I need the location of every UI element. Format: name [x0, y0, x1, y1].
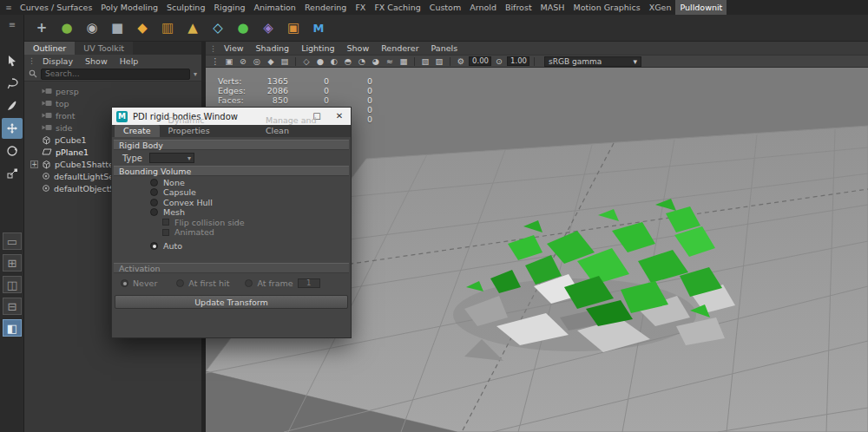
checkbox-flip-collision-side[interactable]: Flip collision side	[162, 218, 351, 226]
shelf-collapse-icon[interactable]: ≡	[0, 20, 24, 29]
wood-shatter-icon[interactable]: ▥	[157, 17, 178, 38]
shelf-tab-arnold[interactable]: Arnold	[465, 0, 501, 15]
shelf-tab-pulldownit[interactable]: Pulldownit	[675, 0, 727, 15]
two-pane-side-layout-button[interactable]: ◫	[3, 276, 22, 293]
scale-tool-button[interactable]	[2, 163, 23, 184]
menu-show[interactable]: Show	[79, 56, 114, 66]
poly-cube-icon[interactable]: ■	[107, 17, 128, 38]
outliner-item-label: defaultLightSet	[54, 172, 117, 181]
image-plane-icon[interactable]: ▤	[279, 56, 291, 67]
shelf-tab-rendering[interactable]: Rendering	[300, 0, 352, 15]
menu-renderer[interactable]: Renderer	[375, 43, 424, 53]
search-input[interactable]	[41, 69, 190, 80]
shelf-tab-animation[interactable]: Animation	[249, 0, 299, 15]
tab-create[interactable]: Create	[115, 125, 160, 137]
motion-blur-icon[interactable]: ≈	[384, 56, 396, 67]
tab-uv-toolkit[interactable]: UV Toolkit	[75, 42, 133, 55]
shelf-tab-custom[interactable]: Custom	[425, 0, 465, 15]
tab-outliner[interactable]: Outliner	[24, 42, 75, 55]
menu-shading[interactable]: Shading	[250, 43, 296, 53]
rotate-tool-button[interactable]	[2, 141, 23, 161]
update-transform-button[interactable]: Update Transform	[115, 295, 348, 309]
color-space-dropdown[interactable]: sRGB gamma ▾	[544, 56, 641, 67]
gamma-field[interactable]: 1.00	[507, 56, 529, 66]
shelf-tab-poly-modeling[interactable]: Poly Modeling	[96, 0, 162, 15]
pulldownit-logo-icon[interactable]: M	[308, 17, 329, 38]
radio-mesh[interactable]: Mesh	[150, 208, 351, 217]
menu-panels[interactable]: Panels	[425, 43, 464, 53]
shelf-menu-icon[interactable]: ≡	[2, 3, 16, 12]
fracture-world-icon[interactable]: ▣	[283, 17, 304, 38]
tab-dynamic-properties[interactable]: Dynamic Properties	[160, 115, 257, 137]
multisample-icon[interactable]: ▦	[398, 56, 410, 67]
select-tool-button[interactable]	[2, 50, 23, 71]
radio-auto[interactable]: Auto	[150, 242, 351, 251]
menu-help[interactable]: Help	[114, 56, 145, 66]
shelf-tab-curves-surfaces[interactable]: Curves / Surfaces	[16, 0, 96, 15]
shadows-icon[interactable]: ◔	[356, 56, 368, 67]
four-pane-layout-button[interactable]: ⊞	[3, 254, 22, 272]
search-filter-chevron-icon[interactable]: ▾	[194, 70, 197, 78]
textured-icon[interactable]: ◐	[328, 56, 340, 67]
radio-at-first-hit[interactable]	[176, 279, 184, 287]
glass-shatter-icon[interactable]: ◇	[207, 17, 228, 38]
isolate-select-icon[interactable]: ▧	[419, 56, 431, 67]
shelf-tab-fx[interactable]: FX	[351, 0, 370, 15]
shelf-tab-xgen[interactable]: XGen	[645, 0, 676, 15]
at-frame-field[interactable]: 1	[298, 278, 320, 288]
shelf-tab-sculpting[interactable]: Sculpting	[162, 0, 209, 15]
object-set-icon	[42, 184, 50, 193]
hud-row: Edges: 2086 0 0	[206, 86, 388, 95]
exposure-field[interactable]: 0.00	[469, 56, 491, 66]
move-snap-icon[interactable]: +	[31, 17, 52, 38]
menu-display[interactable]: Display	[36, 56, 79, 66]
lasso-tool-button[interactable]	[2, 73, 23, 94]
jointer-icon[interactable]: ◈	[258, 17, 279, 38]
menu-show[interactable]: Show	[341, 43, 376, 53]
shelf-tab-mash[interactable]: MASH	[536, 0, 569, 15]
camera-attributes-icon[interactable]: ◎	[251, 56, 263, 67]
outliner-persp-layout-button[interactable]: ◧	[3, 319, 22, 337]
poly-sphere-icon[interactable]: ◉	[82, 17, 102, 38]
shelf-tab-fx-caching[interactable]: FX Caching	[370, 0, 424, 15]
outliner-item-persp[interactable]: persp	[24, 85, 201, 97]
wireframe-icon[interactable]: ◇	[300, 56, 312, 67]
menu-view[interactable]: View	[218, 43, 250, 53]
shatter-it-icon[interactable]: ◆	[132, 17, 153, 38]
expand-icon[interactable]: +	[30, 160, 38, 168]
tab-manage-and-clean[interactable]: Manage and Clean	[257, 115, 351, 137]
single-pane-layout-button[interactable]: ▭	[3, 232, 22, 250]
rigid-body-section-header: Rigid Body	[114, 140, 349, 150]
paint-select-tool-button[interactable]	[2, 95, 23, 116]
menu-lighting[interactable]: Lighting	[295, 43, 340, 53]
lock-camera-icon[interactable]: ⊘	[237, 56, 249, 67]
checkbox-animated[interactable]: Animated	[162, 228, 351, 237]
exposure-icon[interactable]: ⚙	[455, 56, 467, 67]
ambient-occlusion-icon[interactable]: ◕	[370, 56, 382, 67]
lighting-icon[interactable]: ◓	[342, 56, 354, 67]
single-pane-layout-icon: ▭	[7, 235, 17, 248]
create-rigid-body-icon[interactable]: ●	[233, 17, 253, 38]
shelf-tab-bifrost[interactable]: Bifrost	[501, 0, 536, 15]
radio-never[interactable]	[121, 279, 128, 287]
checkbox-label: Animated	[174, 227, 214, 237]
radio-none[interactable]: None	[150, 178, 351, 187]
shelf-tab-rigging[interactable]: Rigging	[209, 0, 249, 15]
move-tool-button[interactable]	[2, 118, 23, 139]
gamma-icon[interactable]: ⊙	[493, 56, 505, 67]
bookmark-icon[interactable]: ◆	[265, 56, 277, 67]
two-pane-stacked-layout-button[interactable]: ⊟	[3, 298, 22, 315]
sculpt-brush-icon[interactable]: ●	[56, 17, 77, 38]
select-camera-icon[interactable]: ▣	[223, 56, 235, 67]
radio-convex-hull[interactable]: Convex Hull	[150, 198, 351, 206]
radio-capsule[interactable]: Capsule	[150, 188, 351, 197]
shelf-tab-motion-graphics[interactable]: Motion Graphics	[569, 0, 644, 15]
radio-at-frame[interactable]	[245, 279, 253, 287]
xray-icon[interactable]: ▨	[433, 56, 445, 67]
hud-row: Verts: 1365 0 0	[206, 76, 388, 86]
panel-grip-icon: ⋮	[28, 56, 36, 65]
type-dropdown[interactable]: ▾	[149, 153, 194, 163]
checkbox-label: Flip collision side	[174, 218, 245, 227]
shaded-icon[interactable]: ●	[314, 56, 326, 67]
stone-shatter-icon[interactable]: ▲	[182, 17, 203, 38]
